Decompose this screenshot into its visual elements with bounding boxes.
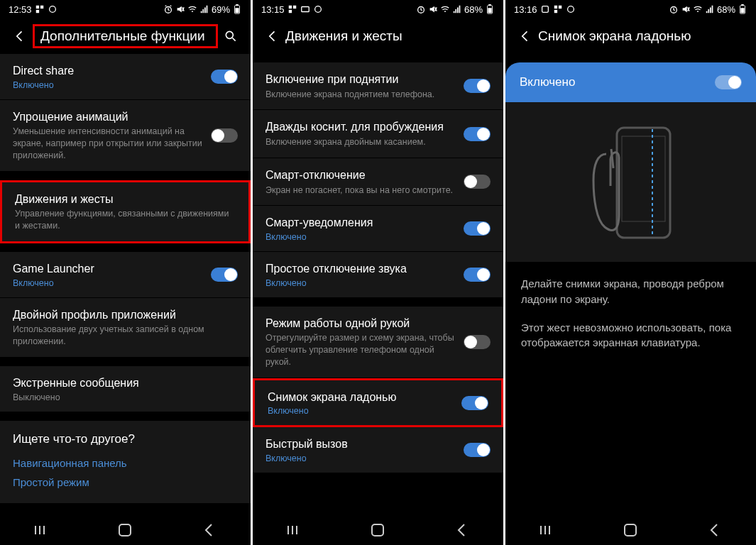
gesture-illustration bbox=[505, 102, 756, 262]
item-title: Включение при поднятии bbox=[265, 72, 455, 87]
toggle-switch[interactable] bbox=[464, 221, 491, 236]
recents-button[interactable] bbox=[526, 520, 569, 540]
setting-dual-messenger[interactable]: Двойной профиль приложений Использование… bbox=[0, 298, 251, 358]
setting-one-handed-mode[interactable]: Режим работы одной рукой Отрегулируйте р… bbox=[253, 307, 503, 378]
back-button[interactable] bbox=[260, 23, 285, 49]
battery-icon bbox=[485, 4, 495, 14]
navigation-bar bbox=[505, 515, 756, 545]
svg-point-14 bbox=[314, 6, 321, 13]
item-title: Дважды коснит. для пробуждения bbox=[265, 119, 455, 135]
mute-icon bbox=[175, 4, 185, 14]
toggle-switch[interactable] bbox=[464, 79, 491, 93]
setting-smart-alert[interactable]: Смарт-уведомления Включено bbox=[253, 206, 503, 252]
setting-smart-stay[interactable]: Смарт-отключение Экран не погаснет, пока… bbox=[253, 158, 503, 206]
page-header: Снимок экрана ладонью bbox=[505, 18, 756, 54]
svg-rect-13 bbox=[301, 7, 309, 12]
svg-rect-9 bbox=[119, 524, 131, 536]
svg-rect-12 bbox=[288, 10, 291, 13]
looking-for-something: Ищете что-то другое? Навигационная панел… bbox=[0, 421, 251, 503]
svg-rect-10 bbox=[288, 6, 291, 9]
toggle-switch[interactable] bbox=[464, 335, 491, 349]
search-button[interactable] bbox=[218, 23, 243, 49]
phone-screen-2: 13:15 68% Движения и жесты Включение при… bbox=[253, 0, 503, 545]
item-status: Включено bbox=[13, 278, 202, 288]
recents-button[interactable] bbox=[21, 520, 63, 540]
home-button[interactable] bbox=[104, 520, 146, 540]
toggle-switch[interactable] bbox=[211, 70, 238, 84]
back-nav-button[interactable] bbox=[440, 520, 483, 540]
enabled-banner[interactable]: Включено bbox=[505, 62, 756, 102]
back-button[interactable] bbox=[7, 23, 33, 49]
toggle-switch[interactable] bbox=[464, 268, 491, 282]
phone-screen-1: 12:53 69% Дополнительные функции Direct … bbox=[0, 0, 251, 545]
page-header: Дополнительные функции bbox=[0, 18, 251, 54]
item-status: Включено bbox=[265, 278, 455, 288]
item-desc: Управление функциями, связанными с движе… bbox=[15, 208, 236, 232]
page-title: Дополнительные функции bbox=[33, 24, 218, 48]
item-desc: Использование двух учетных записей в одн… bbox=[13, 324, 238, 348]
item-title: Смарт-отключение bbox=[265, 167, 455, 183]
link-easy-mode[interactable]: Простой режим bbox=[13, 473, 238, 492]
setting-direct-share[interactable]: Direct share Включено bbox=[0, 54, 251, 100]
setting-easy-mute[interactable]: Простое отключение звука Включено bbox=[253, 252, 503, 298]
status-icon bbox=[553, 4, 563, 14]
master-toggle[interactable] bbox=[715, 75, 742, 89]
toggle-switch[interactable] bbox=[464, 175, 491, 189]
battery-icon bbox=[738, 4, 747, 14]
svg-rect-6 bbox=[235, 8, 239, 13]
setting-double-tap-wake[interactable]: Дважды коснит. для пробуждения Включение… bbox=[253, 110, 503, 158]
setting-lift-to-wake[interactable]: Включение при поднятии Включение экрана … bbox=[253, 62, 503, 110]
item-title: Упрощение анимаций bbox=[13, 109, 202, 125]
item-title: Двойной профиль приложений bbox=[13, 307, 238, 323]
description-text-2: Этот жест невозможно использовать, пока … bbox=[521, 320, 740, 351]
status-icon bbox=[35, 4, 45, 14]
back-nav-button[interactable] bbox=[693, 520, 735, 540]
wifi-icon bbox=[187, 4, 197, 14]
home-button[interactable] bbox=[609, 520, 652, 540]
svg-point-8 bbox=[226, 31, 233, 38]
status-icon bbox=[566, 4, 576, 14]
toggle-switch[interactable] bbox=[211, 128, 238, 143]
item-title: Режим работы одной рукой bbox=[265, 316, 455, 331]
svg-point-24 bbox=[567, 6, 574, 13]
home-button[interactable] bbox=[356, 520, 399, 540]
battery-percent: 68% bbox=[464, 4, 483, 15]
back-nav-button[interactable] bbox=[187, 520, 230, 540]
svg-rect-27 bbox=[740, 8, 744, 13]
svg-rect-17 bbox=[488, 8, 491, 13]
alarm-icon bbox=[416, 4, 426, 14]
setting-sos-messages[interactable]: Экстренные сообщения Выключено bbox=[0, 366, 251, 412]
setting-direct-call[interactable]: Быстрый вызов Включено bbox=[253, 427, 503, 473]
settings-list: Direct share Включено Упрощение анимаций… bbox=[0, 54, 251, 515]
description-block: Делайте снимки экрана, проводя ребром ла… bbox=[505, 262, 756, 378]
setting-palm-swipe-capture[interactable]: Снимок экрана ладонью Включено bbox=[253, 378, 503, 428]
signal-icon bbox=[705, 4, 715, 14]
toggle-switch[interactable] bbox=[464, 443, 491, 457]
enabled-label: Включено bbox=[520, 75, 715, 89]
link-navigation-bar[interactable]: Навигационная панель bbox=[13, 453, 238, 473]
item-status: Включено bbox=[268, 406, 453, 416]
svg-rect-28 bbox=[741, 4, 744, 6]
status-icon bbox=[300, 4, 310, 14]
svg-rect-7 bbox=[236, 4, 239, 6]
page-header: Движения и жесты bbox=[253, 18, 503, 54]
item-status: Выключено bbox=[13, 392, 238, 402]
svg-rect-32 bbox=[625, 524, 636, 536]
status-time: 12:53 bbox=[9, 4, 32, 15]
toggle-switch[interactable] bbox=[461, 396, 488, 410]
status-time: 13:15 bbox=[261, 4, 285, 15]
battery-percent: 68% bbox=[717, 4, 735, 15]
back-button[interactable] bbox=[513, 23, 538, 49]
setting-game-launcher[interactable]: Game Launcher Включено bbox=[0, 252, 251, 298]
setting-reduce-animations[interactable]: Упрощение анимаций Уменьшение интенсивно… bbox=[0, 100, 251, 172]
item-title: Game Launcher bbox=[13, 261, 202, 277]
toggle-switch[interactable] bbox=[211, 268, 238, 282]
toggle-switch[interactable] bbox=[464, 127, 491, 141]
svg-rect-1 bbox=[40, 6, 43, 9]
status-time: 13:16 bbox=[514, 4, 537, 15]
wifi-icon bbox=[693, 4, 703, 14]
setting-motions-gestures[interactable]: Движения и жесты Управление функциями, с… bbox=[0, 180, 251, 243]
battery-percent: 69% bbox=[212, 4, 230, 15]
recents-button[interactable] bbox=[273, 520, 316, 540]
svg-rect-2 bbox=[35, 10, 38, 13]
